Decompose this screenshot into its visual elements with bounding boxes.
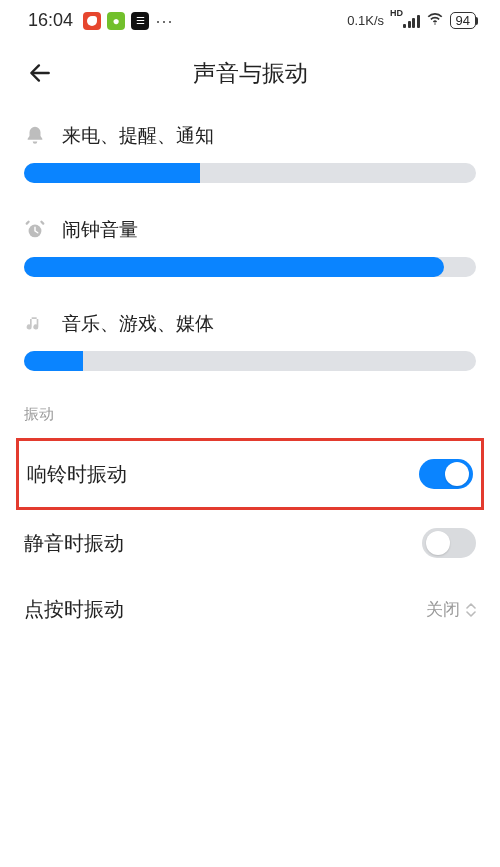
status-left: 16:04 ● ☰ ⋯: [28, 10, 173, 31]
section-vibration-label: 振动: [24, 405, 476, 424]
tap-vibrate-value-wrap: 关闭: [426, 598, 476, 621]
message-app-icon: ●: [107, 12, 125, 30]
slider-ringtone-track[interactable]: [24, 163, 476, 183]
toggle-silent-vibrate-label: 静音时振动: [24, 530, 124, 557]
slider-alarm-label: 闹钟音量: [62, 217, 138, 243]
page-title: 声音与振动: [60, 58, 440, 89]
tap-vibrate-label: 点按时振动: [24, 596, 124, 623]
tap-vibrate-row[interactable]: 点按时振动 关闭: [24, 576, 476, 643]
settings-content: 来电、提醒、通知 闹钟音量 音乐、: [0, 103, 500, 643]
bell-icon: [24, 125, 46, 147]
music-note-icon: [24, 313, 46, 335]
page-header: 声音与振动: [0, 35, 500, 103]
slider-ringtone-label: 来电、提醒、通知: [62, 123, 214, 149]
toggle-ring-vibrate-switch[interactable]: [419, 459, 473, 489]
chevron-updown-icon: [466, 603, 476, 617]
status-bar: 16:04 ● ☰ ⋯ 0.1K/s HD 94: [0, 0, 500, 35]
slider-ringtone: 来电、提醒、通知: [24, 123, 476, 183]
slider-alarm-track[interactable]: [24, 257, 476, 277]
status-notification-icons: ● ☰ ⋯: [83, 12, 173, 30]
status-right: 0.1K/s HD 94: [347, 10, 478, 31]
wifi-icon: [426, 10, 444, 31]
status-time: 16:04: [28, 10, 73, 31]
network-speed: 0.1K/s: [347, 13, 384, 28]
slider-ringtone-fill: [24, 163, 200, 183]
cellular-signal-icon: [403, 14, 420, 28]
back-button[interactable]: [20, 53, 60, 93]
slider-media-label: 音乐、游戏、媒体: [62, 311, 214, 337]
tap-vibrate-value: 关闭: [426, 598, 460, 621]
switch-knob: [426, 531, 450, 555]
battery-indicator: 94: [450, 12, 476, 29]
more-notifications-icon: ⋯: [155, 12, 173, 30]
toggle-silent-vibrate-switch[interactable]: [422, 528, 476, 558]
svg-point-0: [434, 23, 436, 25]
switch-knob: [445, 462, 469, 486]
slider-media: 音乐、游戏、媒体: [24, 311, 476, 371]
battery-percent: 94: [456, 14, 470, 27]
slider-alarm-fill: [24, 257, 444, 277]
slider-media-track[interactable]: [24, 351, 476, 371]
toggle-silent-vibrate-row: 静音时振动: [24, 510, 476, 576]
toggle-ring-vibrate-row: 响铃时振动: [16, 438, 484, 510]
slider-alarm: 闹钟音量: [24, 217, 476, 277]
slider-media-fill: [24, 351, 83, 371]
alarm-clock-icon: [24, 219, 46, 241]
weibo-icon: [83, 12, 101, 30]
network-type-badge: HD: [390, 9, 403, 18]
shop-app-icon: ☰: [131, 12, 149, 30]
toggle-ring-vibrate-label: 响铃时振动: [27, 461, 127, 488]
